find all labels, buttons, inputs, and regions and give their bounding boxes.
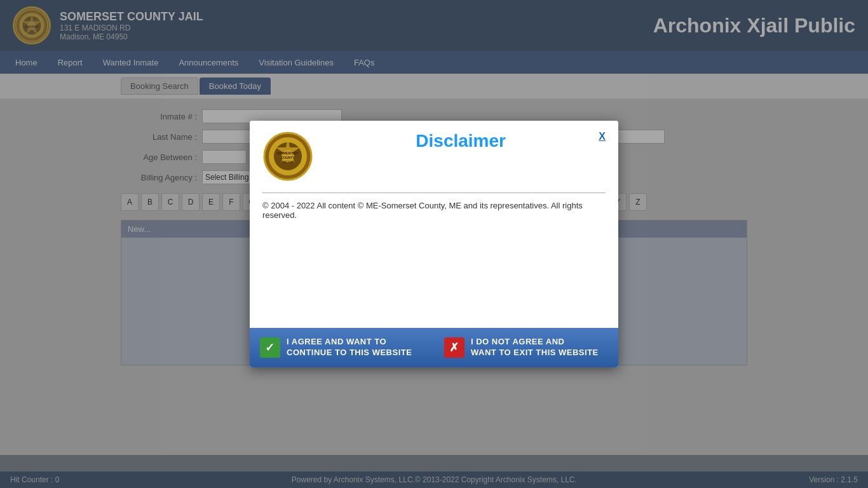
agree-button[interactable]: ✓ I AGREE AND WANT TOCONTINUE TO THIS WE…	[250, 328, 434, 367]
modal-copyright: © 2004 - 2022 All content © ME-Somerset …	[262, 201, 606, 220]
disagree-button[interactable]: ✗ I DO NOT AGREE ANDWANT TO EXIT THIS WE…	[434, 328, 618, 367]
modal-overlay: SOMERSET COUNTY SHERIFF Disclaimer X © 2…	[0, 0, 868, 488]
modal-body: © 2004 - 2022 All content © ME-Somerset …	[250, 201, 618, 328]
modal-title-area: Disclaimer	[323, 131, 599, 151]
agree-label: I AGREE AND WANT TOCONTINUE TO THIS WEBS…	[287, 337, 412, 358]
agree-icon: ✓	[260, 337, 280, 358]
modal-header: SOMERSET COUNTY SHERIFF Disclaimer X	[250, 121, 618, 185]
svg-text:COUNTY: COUNTY	[281, 156, 295, 159]
disagree-label: I DO NOT AGREE ANDWANT TO EXIT THIS WEBS…	[471, 337, 599, 358]
disagree-icon: ✗	[444, 337, 465, 358]
modal-footer: ✓ I AGREE AND WANT TOCONTINUE TO THIS WE…	[250, 328, 618, 367]
svg-text:SHERIFF: SHERIFF	[281, 160, 294, 164]
modal-close-button[interactable]: X	[599, 131, 606, 142]
modal-title: Disclaimer	[323, 131, 599, 151]
modal-badge: SOMERSET COUNTY SHERIFF	[262, 131, 316, 185]
disclaimer-modal: SOMERSET COUNTY SHERIFF Disclaimer X © 2…	[250, 121, 618, 367]
modal-divider	[262, 193, 606, 193]
svg-text:SOMERSET: SOMERSET	[277, 151, 299, 155]
